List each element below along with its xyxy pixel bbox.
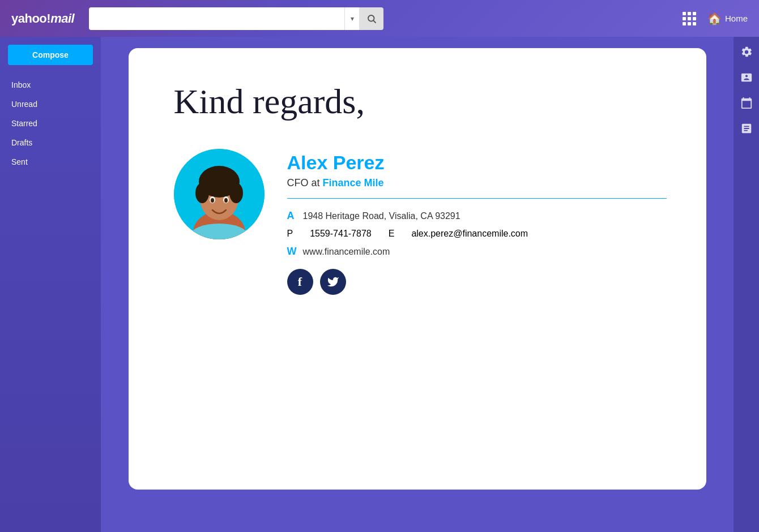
website-value: www.financemile.com: [303, 247, 390, 257]
right-panel: [734, 37, 759, 532]
contact-name: Alex Perez: [287, 152, 667, 174]
topbar: yahoo!mail ▾ 🏠 Home: [0, 0, 759, 37]
title-prefix: CFO at: [287, 177, 323, 188]
main-layout: Compose Inbox Unread Starred Drafts Sent…: [0, 37, 759, 532]
phone-email-row: P 1559-741-7878 E alex.perez@financemile…: [287, 229, 667, 239]
web-label: W: [287, 246, 297, 258]
home-label: Home: [725, 14, 748, 23]
svg-point-8: [229, 183, 243, 203]
address-row: A 1948 Heritage Road, Visalia, CA 93291: [287, 210, 667, 222]
notes-icon[interactable]: [740, 122, 753, 138]
sidebar-item-inbox[interactable]: Inbox: [0, 75, 101, 95]
grid-icon[interactable]: [683, 12, 696, 25]
yahoo-logo: yahoo!mail: [11, 11, 74, 26]
svg-point-11: [211, 198, 214, 203]
phone-value: 1559-741-7878: [310, 229, 372, 239]
sidebar-item-unread[interactable]: Unread: [0, 95, 101, 114]
contacts-icon[interactable]: [740, 71, 753, 87]
facebook-button[interactable]: f: [287, 269, 313, 295]
signature-greeting: Kind regards,: [174, 82, 667, 121]
twitter-icon: [327, 276, 339, 288]
search-dropdown-button[interactable]: ▾: [344, 7, 359, 30]
content-area: Kind regards,: [101, 37, 734, 532]
search-button[interactable]: [359, 7, 383, 30]
contact-info: Alex Perez CFO at Finance Mile A 1948 He…: [287, 149, 667, 295]
calendar-icon[interactable]: [740, 97, 753, 112]
email-value: alex.perez@financemile.com: [411, 229, 528, 239]
sidebar-item-starred[interactable]: Starred: [0, 114, 101, 133]
svg-line-1: [373, 20, 376, 23]
contact-title: CFO at Finance Mile: [287, 177, 667, 189]
svg-point-0: [368, 15, 374, 22]
svg-point-12: [224, 198, 228, 203]
chevron-down-icon: ▾: [351, 15, 354, 23]
address-label: A: [287, 210, 297, 222]
sidebar-item-drafts[interactable]: Drafts: [0, 133, 101, 152]
twitter-button[interactable]: [320, 269, 346, 295]
settings-icon[interactable]: [740, 46, 753, 61]
social-icons: f: [287, 269, 667, 295]
email-label: E: [389, 229, 395, 239]
signature-body: Alex Perez CFO at Finance Mile A 1948 He…: [174, 149, 667, 295]
facebook-icon: f: [298, 274, 302, 289]
search-container: ▾: [89, 7, 383, 30]
company-name: Finance Mile: [323, 177, 384, 188]
compose-button[interactable]: Compose: [8, 45, 93, 65]
topbar-right: 🏠 Home: [683, 12, 748, 25]
search-input[interactable]: [89, 7, 344, 30]
sidebar-item-sent[interactable]: Sent: [0, 152, 101, 171]
home-icon: 🏠: [707, 12, 722, 25]
phone-label: P: [287, 229, 293, 239]
website-row: W www.financemile.com: [287, 246, 667, 258]
home-link[interactable]: 🏠 Home: [707, 12, 748, 25]
svg-point-7: [195, 183, 209, 203]
search-icon: [366, 14, 377, 24]
person-photo: [174, 149, 265, 239]
avatar: [174, 149, 265, 239]
divider: [287, 198, 667, 199]
address-value: 1948 Heritage Road, Visalia, CA 93291: [303, 211, 460, 221]
email-card: Kind regards,: [129, 48, 706, 490]
sidebar: Compose Inbox Unread Starred Drafts Sent: [0, 37, 101, 532]
